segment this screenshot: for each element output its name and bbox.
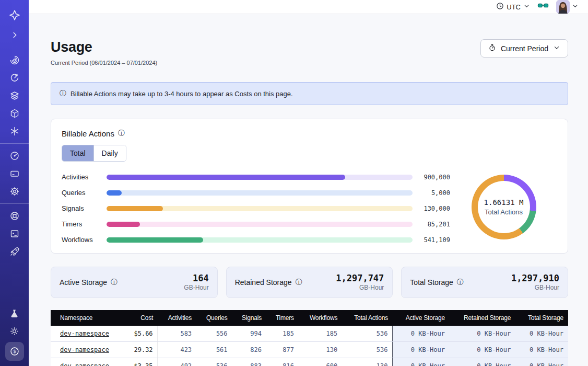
namespace-link[interactable]: dev-namespace	[60, 346, 109, 353]
chevron-down-icon	[523, 2, 530, 12]
cell-workflows: 600	[299, 358, 342, 366]
info-icon[interactable]: ⓘ	[296, 278, 302, 287]
column-header-workflows: Workflows	[299, 310, 342, 326]
usage-dollar-icon[interactable]: $	[5, 342, 24, 361]
cell-timers: 185	[266, 326, 299, 342]
cell-timers: 816	[266, 358, 299, 366]
namespaces-icon[interactable]	[0, 51, 29, 69]
table-row: dev-namespace $5.66 583 556 994 185 185 …	[51, 326, 568, 342]
nexus-asterisk-icon[interactable]	[0, 122, 29, 140]
bar-fill	[107, 222, 140, 227]
cell-total-storage: 0 KB-Hour	[515, 326, 568, 342]
period-dropdown-button[interactable]: Current Period	[480, 39, 568, 58]
bar-value: 85,201	[413, 221, 450, 228]
cell-cost: 29.32	[124, 342, 158, 358]
bar-track	[107, 222, 413, 227]
info-banner: ⓘ Billable Actions may take up to 3-4 ho…	[51, 82, 568, 105]
storage-card-value: 1,297,747	[336, 273, 384, 284]
bar-fill	[107, 237, 203, 243]
feedback-goggles-icon[interactable]	[537, 1, 549, 13]
bar-value: 900,000	[413, 174, 450, 181]
sidebar: $	[0, 0, 29, 366]
sidebar-divider	[0, 143, 29, 144]
chevron-down-icon	[572, 2, 579, 12]
billing-card-icon[interactable]	[0, 165, 29, 182]
bar-label: Signals	[62, 204, 107, 212]
tab-daily[interactable]: Daily	[93, 145, 126, 161]
bar-value: 130,000	[413, 205, 450, 212]
column-header-timers: Timers	[266, 310, 299, 326]
info-icon[interactable]: ⓘ	[111, 278, 117, 287]
chevron-down-icon	[553, 44, 560, 53]
bar-row-activities: Activities 900,000	[62, 173, 450, 181]
cell-workflows: 185	[299, 326, 342, 342]
retained-storage-card: Retained Storage ⓘ 1,297,747 GB-Hour	[226, 267, 393, 298]
cell-activities: 583	[158, 326, 196, 342]
cell-total-actions: 536	[342, 342, 393, 358]
theme-sun-icon[interactable]	[0, 322, 29, 340]
timezone-label: UTC	[507, 3, 521, 11]
cell-activities: 492	[158, 358, 196, 366]
column-header-namespace: Namespace	[51, 310, 124, 326]
bar-value: 541,109	[413, 236, 450, 244]
temporal-logo-icon[interactable]	[0, 4, 29, 26]
sidebar-divider	[0, 203, 29, 204]
donut-total-value: 1.66131 M	[484, 198, 524, 207]
cell-queries: 536	[196, 358, 232, 366]
column-header-queries: Queries	[196, 310, 232, 326]
namespace-link[interactable]: dev-namespace	[60, 362, 109, 366]
cell-total-actions: 536	[342, 326, 393, 342]
user-menu[interactable]	[556, 0, 579, 14]
donut-chart: 1.66131 M Total Actions	[472, 175, 536, 239]
cell-activities: 423	[158, 342, 196, 358]
namespace-usage-table: Namespace Cost Activities Queries Signal…	[51, 310, 568, 366]
bar-track	[107, 175, 413, 180]
page-subtitle: Current Period (06/01/2024 – 07/01/2024)	[51, 60, 157, 66]
cell-retained-storage: 0 KB-Hour	[450, 326, 515, 342]
usage-gauge-icon[interactable]	[0, 147, 29, 165]
layers-icon[interactable]	[0, 87, 29, 105]
cell-signals: 883	[232, 358, 266, 366]
bar-fill	[107, 206, 163, 211]
cell-active-storage: 0 KB-Hour	[393, 326, 450, 342]
bar-row-queries: Queries 5,000	[62, 189, 450, 197]
page-title: Usage	[51, 39, 157, 55]
storage-card-label: Total Storage	[410, 278, 453, 287]
total-storage-card: Total Storage ⓘ 1,297,910 GB-Hour	[401, 267, 568, 298]
support-lifebuoy-icon[interactable]	[0, 207, 29, 225]
bar-label: Workflows	[62, 236, 107, 244]
deployments-cube-icon[interactable]	[0, 105, 29, 122]
topbar: UTC	[29, 0, 588, 14]
column-header-cost: Cost	[124, 310, 158, 326]
storage-card-label: Retained Storage	[235, 278, 292, 287]
bar-row-signals: Signals 130,000	[62, 204, 450, 212]
cell-queries: 556	[196, 326, 232, 342]
timezone-selector[interactable]: UTC	[496, 2, 530, 12]
info-icon[interactable]: ⓘ	[457, 278, 464, 287]
billable-actions-card: Billable Actions ⓘ Total Daily Activitie…	[51, 119, 568, 254]
cell-timers: 877	[266, 342, 299, 358]
storage-card-value: 1,297,910	[511, 273, 559, 284]
expand-chevron-icon[interactable]	[0, 26, 29, 44]
tab-total[interactable]: Total	[62, 145, 93, 161]
avatar	[556, 0, 570, 14]
bar-fill	[107, 175, 345, 180]
table-row: dev-namespace 29.32 423 561 826 877 130 …	[51, 342, 568, 358]
donut-total-label: Total Actions	[485, 208, 523, 216]
schedules-icon[interactable]	[0, 69, 29, 87]
cell-total-storage: 0 KB-Hour	[515, 358, 568, 366]
column-header-active-storage: Active Storage	[393, 310, 450, 326]
cell-signals: 826	[232, 342, 266, 358]
cell-retained-storage: 0 KB-Hour	[450, 358, 515, 366]
cell-active-storage: 0 KB-Hour	[393, 342, 450, 358]
settings-gear-icon[interactable]	[0, 182, 29, 200]
rocket-icon[interactable]	[0, 243, 29, 260]
bar-value: 5,000	[413, 189, 450, 197]
cell-total-actions: 130	[342, 358, 393, 366]
terminal-icon[interactable]	[0, 225, 29, 243]
namespace-link[interactable]: dev-namespace	[60, 330, 109, 337]
labs-flask-icon[interactable]	[0, 304, 29, 322]
table-row: dev-namespace $3.35 492 536 883 816 600 …	[51, 358, 568, 366]
info-icon[interactable]: ⓘ	[118, 129, 125, 138]
cell-cost: $3.35	[124, 358, 158, 366]
